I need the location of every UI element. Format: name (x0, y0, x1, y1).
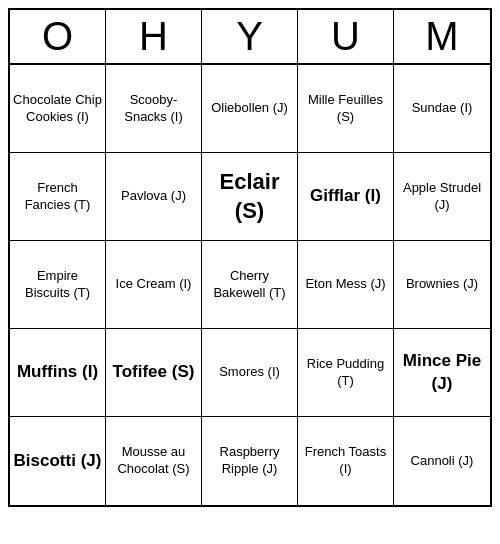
header-cell-u: U (298, 10, 394, 63)
bingo-card: OHYUM Chocolate Chip Cookies (I)Scooby-S… (8, 8, 492, 507)
grid-cell-4: Sundae (I) (394, 65, 490, 153)
grid-cell-12: Cherry Bakewell (T) (202, 241, 298, 329)
cell-text-13: Eton Mess (J) (305, 276, 385, 293)
cell-text-12: Cherry Bakewell (T) (205, 268, 294, 302)
header-cell-y: Y (202, 10, 298, 63)
cell-text-4: Sundae (I) (412, 100, 473, 117)
grid-cell-2: Oliebollen (J) (202, 65, 298, 153)
cell-text-8: Gifflar (I) (310, 185, 381, 207)
grid-cell-8: Gifflar (I) (298, 153, 394, 241)
cell-text-15: Muffins (I) (17, 361, 98, 383)
grid-cell-10: Empire Biscuits (T) (10, 241, 106, 329)
grid-cell-23: French Toasts (I) (298, 417, 394, 505)
grid-cell-0: Chocolate Chip Cookies (I) (10, 65, 106, 153)
cell-text-10: Empire Biscuits (T) (13, 268, 102, 302)
cell-text-1: Scooby-Snacks (I) (109, 92, 198, 126)
cell-text-21: Mousse au Chocolat (S) (109, 444, 198, 478)
bingo-grid: Chocolate Chip Cookies (I)Scooby-Snacks … (10, 65, 490, 505)
grid-cell-22: Raspberry Ripple (J) (202, 417, 298, 505)
grid-cell-24: Cannoli (J) (394, 417, 490, 505)
header-cell-o: O (10, 10, 106, 63)
cell-text-9: Apple Strudel (J) (397, 180, 487, 214)
grid-cell-11: Ice Cream (I) (106, 241, 202, 329)
grid-cell-18: Rice Pudding (T) (298, 329, 394, 417)
grid-cell-13: Eton Mess (J) (298, 241, 394, 329)
header-cell-m: M (394, 10, 490, 63)
cell-text-3: Mille Feuilles (S) (301, 92, 390, 126)
cell-text-22: Raspberry Ripple (J) (205, 444, 294, 478)
cell-text-23: French Toasts (I) (301, 444, 390, 478)
cell-text-5: French Fancies (T) (13, 180, 102, 214)
grid-cell-21: Mousse au Chocolat (S) (106, 417, 202, 505)
cell-text-11: Ice Cream (I) (116, 276, 192, 293)
header-row: OHYUM (10, 10, 490, 65)
cell-text-0: Chocolate Chip Cookies (I) (13, 92, 102, 126)
grid-cell-7: Eclair (S) (202, 153, 298, 241)
cell-text-19: Mince Pie (J) (397, 350, 487, 394)
grid-cell-15: Muffins (I) (10, 329, 106, 417)
cell-text-2: Oliebollen (J) (211, 100, 288, 117)
cell-text-24: Cannoli (J) (411, 453, 474, 470)
grid-cell-19: Mince Pie (J) (394, 329, 490, 417)
grid-cell-3: Mille Feuilles (S) (298, 65, 394, 153)
cell-text-7: Eclair (S) (205, 168, 294, 225)
grid-cell-5: French Fancies (T) (10, 153, 106, 241)
header-cell-h: H (106, 10, 202, 63)
grid-cell-16: Tofifee (S) (106, 329, 202, 417)
cell-text-20: Biscotti (J) (14, 450, 102, 472)
grid-cell-14: Brownies (J) (394, 241, 490, 329)
cell-text-14: Brownies (J) (406, 276, 478, 293)
cell-text-16: Tofifee (S) (113, 361, 195, 383)
grid-cell-6: Pavlova (J) (106, 153, 202, 241)
cell-text-18: Rice Pudding (T) (301, 356, 390, 390)
grid-cell-1: Scooby-Snacks (I) (106, 65, 202, 153)
grid-cell-17: Smores (I) (202, 329, 298, 417)
grid-cell-20: Biscotti (J) (10, 417, 106, 505)
cell-text-17: Smores (I) (219, 364, 280, 381)
cell-text-6: Pavlova (J) (121, 188, 186, 205)
grid-cell-9: Apple Strudel (J) (394, 153, 490, 241)
